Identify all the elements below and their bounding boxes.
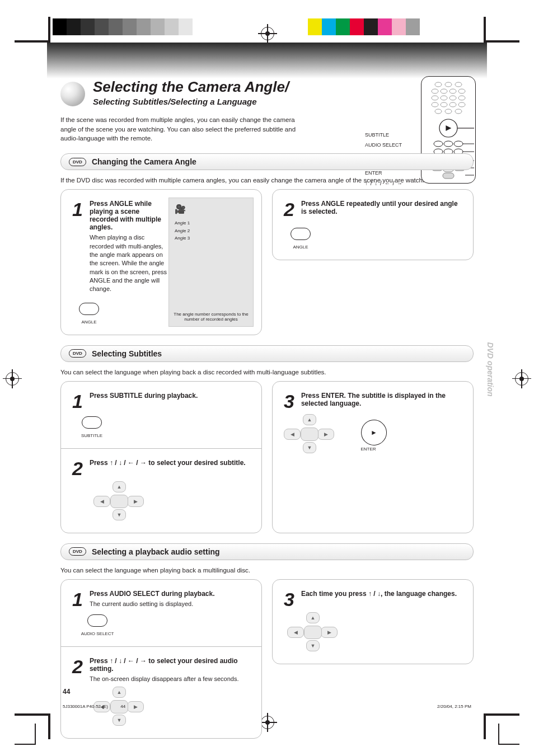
section-title: Changing the Camera Angle [92, 157, 196, 166]
svg-point-3 [432, 89, 438, 93]
page-number: 44 [63, 688, 70, 696]
svg-point-10 [458, 96, 465, 100]
dpad-icon: ▲▼ ◀▶ [287, 612, 338, 651]
step-number: 1 [72, 590, 83, 609]
crop-mark [15, 40, 48, 43]
crop-mark [486, 40, 519, 43]
dvd-badge: DVD [69, 547, 86, 556]
registration-target-icon [261, 27, 274, 40]
svg-point-7 [432, 96, 438, 100]
grayscale-swatches [53, 18, 207, 35]
registration-target-icon [6, 372, 19, 386]
swatch [165, 18, 179, 35]
step-card: 3 Press ENTER. The subtitle is displayed… [272, 381, 474, 533]
step-card: 2 Press ANGLE repeatedly until your desi… [272, 189, 474, 260]
tv-screen: 🎥 Angle 1 Angle 2 Angle 3 The angle numb… [168, 198, 254, 327]
subtitle-button-icon [82, 416, 102, 429]
swatch [95, 18, 109, 35]
crop-mark [15, 744, 36, 745]
crop-mark [35, 724, 36, 745]
svg-point-13 [449, 102, 456, 107]
angle-button-icon [79, 303, 99, 315]
svg-point-16 [445, 109, 452, 114]
swatch [193, 18, 207, 35]
svg-point-0 [435, 82, 442, 87]
step-number: 2 [72, 459, 83, 478]
swatch [364, 18, 378, 35]
crop-mark [15, 713, 48, 716]
svg-rect-29 [443, 173, 454, 179]
crop-mark [48, 17, 50, 43]
swatch [137, 18, 151, 35]
step-number: 2 [284, 200, 294, 219]
swatch [67, 18, 81, 35]
svg-point-17 [455, 109, 462, 114]
enter-button-icon: ► [359, 418, 388, 447]
swatch [308, 18, 322, 35]
section-bar-angle: DVD Changing the Camera Angle [60, 153, 474, 170]
section-ball-icon [60, 82, 85, 106]
svg-point-1 [445, 82, 452, 87]
svg-point-8 [441, 96, 447, 100]
svg-point-5 [449, 89, 456, 93]
svg-point-14 [458, 102, 465, 107]
page-title: Selecting the Camera Angle/ [93, 78, 289, 96]
dpad-icon: ▲▼ ◀▶ [284, 414, 334, 453]
svg-point-11 [432, 102, 438, 107]
angle-button-icon [291, 228, 311, 240]
svg-point-21 [444, 141, 453, 147]
step-number: 3 [284, 392, 294, 411]
swatch [322, 18, 336, 35]
svg-point-9 [449, 96, 456, 100]
svg-point-4 [441, 89, 447, 93]
footer-file: 5J330001A P40-52 (E) 44 [63, 704, 125, 709]
swatch [179, 18, 193, 35]
swatch [151, 18, 165, 35]
svg-point-6 [458, 89, 465, 93]
swatch [350, 18, 364, 35]
section-sub: You can select the language when playing… [60, 368, 474, 377]
section-title: Selecting a playback audio setting [92, 547, 220, 556]
swatch [336, 18, 350, 35]
svg-point-22 [454, 141, 463, 147]
crop-mark [486, 713, 519, 716]
step-number: 3 [284, 590, 294, 609]
swatch [53, 18, 67, 35]
svg-point-15 [435, 109, 442, 114]
crop-mark [484, 17, 486, 43]
section-bar-audio: DVD Selecting a playback audio setting [60, 543, 474, 560]
audio-select-button-icon [87, 614, 107, 627]
intro-text: If the scene was recorded from multiple … [60, 115, 301, 143]
swatch [81, 18, 95, 35]
color-swatches [308, 18, 420, 35]
step-number: 1 [72, 200, 83, 219]
crop-mark [484, 713, 486, 739]
crop-mark [498, 744, 519, 745]
dvd-badge: DVD [69, 349, 86, 358]
svg-point-20 [434, 141, 443, 147]
step-card: 3 Each time you press ↑ / ↓, the languag… [272, 579, 474, 664]
side-tab-label: DVD operation [484, 313, 497, 425]
dvd-badge: DVD [69, 158, 86, 166]
section-title: Selecting Subtitles [92, 349, 162, 358]
svg-point-12 [441, 102, 447, 107]
footer-datetime: 2/20/04, 2:15 PM [437, 704, 471, 709]
page-subtitle: Selecting Subtitles/Selecting a Language [93, 97, 289, 106]
section-bar-subtitles: DVD Selecting Subtitles [60, 345, 474, 362]
header-gradient [47, 43, 487, 78]
step-number: 2 [72, 657, 83, 676]
step-card: 1 Press AUDIO SELECT during playback. Th… [60, 579, 262, 739]
step-card: 1 Press SUBTITLE during playback. SUBTIT… [60, 381, 262, 533]
swatch [378, 18, 392, 35]
step-card: 🎥 Angle 1 Angle 2 Angle 3 The angle numb… [60, 189, 262, 335]
registration-target-icon [515, 372, 528, 386]
remote-button-labels: SUBTITLE AUDIO SELECT ANGLE ENTER ↑ / ↓ … [365, 116, 413, 188]
section-sub: You can select the language when playing… [60, 566, 474, 575]
svg-point-2 [455, 82, 462, 87]
camera-icon: 🎥 [175, 204, 186, 214]
step-number: 1 [72, 392, 83, 411]
swatch [406, 18, 420, 35]
dpad-icon: ▲▼ ◀▶ [93, 481, 144, 520]
swatch [392, 18, 406, 35]
crop-mark [48, 713, 50, 739]
